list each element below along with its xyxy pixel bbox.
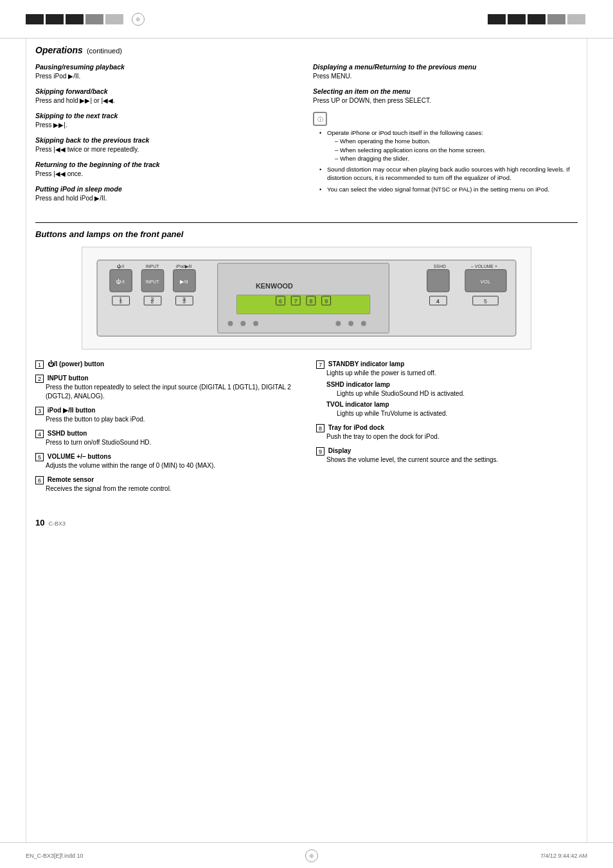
svg-point-26 bbox=[348, 321, 353, 326]
btn-label-9: Display bbox=[328, 447, 351, 454]
buttons-title: Buttons and lamps on the front panel bbox=[35, 229, 578, 239]
svg-point-23 bbox=[240, 321, 245, 326]
header-block-r1 bbox=[488, 14, 506, 24]
op-pausing: Pausing/resuming playback Press iPod ▶/I… bbox=[35, 63, 300, 81]
page-number: 10 bbox=[35, 518, 44, 527]
btn-num-4: 4 bbox=[35, 430, 44, 438]
btn-label-1: ⏻/I (power) button bbox=[48, 360, 104, 368]
panel-diagram-svg: ⏻/I 1 INPUT 2 ⏻/I INPUT iPod▶/II ▶/II 3 … bbox=[82, 247, 531, 350]
footer-compass-icon: ⊕ bbox=[305, 849, 318, 862]
btn-subs-7: SSHD indicator lamp Lights up while Stud… bbox=[326, 380, 578, 418]
btn-item-5: 5 VOLUME +/– buttons Adjusts the volume … bbox=[35, 452, 297, 470]
op-returning-heading: Returning to the beginning of the track bbox=[35, 161, 300, 168]
svg-text:9: 9 bbox=[324, 298, 328, 305]
btn-desc-left: 1 ⏻/I (power) button 2 INPUT button Pres… bbox=[35, 360, 297, 499]
note-sub-3: – When dragging the slider. bbox=[327, 154, 578, 163]
svg-rect-38 bbox=[427, 270, 450, 292]
footer-file-info: EN_C-BX3[E]f.indd 10 bbox=[26, 853, 84, 859]
btn-sub-7-2: TVOL indicator lamp Lights up while TruV… bbox=[326, 400, 578, 418]
op-skipping-next-heading: Skipping to the next track bbox=[35, 112, 300, 120]
op-sleep: Putting iPod in sleep mode Press and hol… bbox=[35, 185, 300, 203]
main-content: Operations (continued) Pausing/resuming … bbox=[35, 45, 578, 836]
btn-item-2: 2 INPUT button Press the button repeated… bbox=[35, 374, 297, 401]
op-returning: Returning to the beginning of the track … bbox=[35, 161, 300, 179]
header-block-5 bbox=[105, 14, 123, 24]
btn-item-8: 8 Tray for iPod dock Push the tray to op… bbox=[316, 423, 578, 441]
operations-right-column: Displaying a menu/Returning to the previ… bbox=[313, 63, 578, 209]
op-display-menu-heading: Displaying a menu/Returning to the previ… bbox=[313, 63, 578, 71]
page-code: C-BX3 bbox=[48, 520, 66, 527]
operations-layout: Pausing/resuming playback Press iPod ▶/I… bbox=[35, 63, 578, 209]
panel-diagram-container: ⏻/I 1 INPUT 2 ⏻/I INPUT iPod▶/II ▶/II 3 … bbox=[35, 247, 578, 350]
note-item-2: Sound distortion may occur when playing … bbox=[319, 165, 578, 182]
btn-extra-3: Press the button to play back iPod. bbox=[46, 415, 297, 424]
btn-num-3: 3 bbox=[35, 407, 44, 415]
svg-text:⏻/I: ⏻/I bbox=[116, 279, 124, 285]
note-item-1: Operate iPhone or iPod touch itself in t… bbox=[319, 128, 578, 163]
svg-text:8: 8 bbox=[309, 298, 312, 305]
op-selecting-heading: Selecting an item on the menu bbox=[313, 87, 578, 95]
btn-num-1: 1 bbox=[35, 360, 44, 369]
header-block-r5 bbox=[567, 14, 585, 24]
header-block-4 bbox=[85, 14, 103, 24]
note-item-3: You can select the video signal format (… bbox=[319, 185, 578, 193]
svg-text:2: 2 bbox=[151, 298, 154, 305]
op-display-menu: Displaying a menu/Returning to the previ… bbox=[313, 63, 578, 81]
footer-date-info: 7/4/12 9:44:42 AM bbox=[540, 853, 587, 859]
btn-item-7: 7 STANDBY indicator lamp Lights up while… bbox=[316, 360, 578, 418]
btn-extra-9: Shows the volume level, the current sour… bbox=[326, 456, 578, 465]
svg-text:INPUT: INPUT bbox=[146, 264, 160, 269]
margin-line-left bbox=[26, 39, 26, 842]
op-display-menu-desc: Press MENU. bbox=[313, 72, 578, 81]
section-divider bbox=[35, 222, 578, 223]
header-block-2 bbox=[46, 14, 64, 24]
header-left-decorations bbox=[26, 14, 125, 24]
svg-text:⏻/I: ⏻/I bbox=[117, 264, 124, 269]
note-item-2-text: Sound distortion may occur when playing … bbox=[327, 166, 570, 181]
btn-extra-7: Lights up while the power is turned off. bbox=[326, 369, 578, 378]
operations-title-text: Operations bbox=[35, 45, 83, 55]
svg-point-25 bbox=[335, 321, 341, 326]
btn-num-2: 2 bbox=[35, 375, 44, 383]
op-pausing-heading: Pausing/resuming playback bbox=[35, 63, 300, 71]
op-skipping-next: Skipping to the next track Press ▶▶|. bbox=[35, 112, 300, 130]
svg-text:– VOLUME +: – VOLUME + bbox=[471, 264, 497, 269]
svg-rect-21 bbox=[236, 295, 369, 314]
op-skipping-prev-desc: Press |◀◀ twice or more repeatedly. bbox=[35, 145, 300, 154]
btn-extra-6: Receives the signal from the remote cont… bbox=[46, 484, 297, 493]
op-selecting-desc: Press UP or DOWN, then press SELECT. bbox=[313, 96, 578, 105]
btn-item-6: 6 Remote sensor Receives the signal from… bbox=[35, 475, 297, 493]
btn-num-9: 9 bbox=[316, 447, 324, 456]
btn-item-9: 9 Display Shows the volume level, the cu… bbox=[316, 447, 578, 465]
svg-text:6: 6 bbox=[279, 298, 282, 305]
op-returning-desc: Press |◀◀ once. bbox=[35, 170, 300, 179]
svg-text:4: 4 bbox=[436, 298, 440, 305]
tvol-label: TVOL indicator lamp bbox=[326, 401, 389, 408]
page-number-area: 10 C-BX3 bbox=[35, 518, 578, 527]
operations-left-column: Pausing/resuming playback Press iPod ▶/I… bbox=[35, 63, 300, 209]
page-footer: EN_C-BX3[E]f.indd 10 ⊕ 7/4/12 9:44:42 AM bbox=[0, 842, 613, 868]
btn-num-6: 6 bbox=[35, 476, 44, 484]
svg-point-27 bbox=[361, 321, 366, 326]
btn-num-8: 8 bbox=[316, 424, 324, 432]
svg-text:5: 5 bbox=[484, 298, 487, 305]
btn-extra-8: Push the tray to open the dock for iPod. bbox=[326, 432, 578, 441]
svg-text:KENWOOD: KENWOOD bbox=[256, 282, 293, 290]
sshd-desc: Lights up while StudioSound HD is activa… bbox=[337, 389, 578, 398]
op-skipping-prev-heading: Skipping back to the previous track bbox=[35, 136, 300, 144]
btn-num-5: 5 bbox=[35, 453, 44, 461]
operations-continued: (continued) bbox=[87, 47, 122, 55]
svg-text:iPod▶/II: iPod▶/II bbox=[176, 264, 192, 269]
header-block-1 bbox=[26, 14, 44, 24]
btn-label-4: SSHD button bbox=[48, 430, 87, 437]
btn-label-5: VOLUME +/– buttons bbox=[48, 453, 111, 460]
op-selecting: Selecting an item on the menu Press UP o… bbox=[313, 87, 578, 105]
btn-label-3: iPod ▶/II button bbox=[48, 407, 96, 414]
header-block-3 bbox=[66, 14, 84, 24]
note-item-3-text: You can select the video signal format (… bbox=[327, 186, 549, 193]
btn-label-6: Remote sensor bbox=[48, 476, 94, 483]
op-skipping-fwd-back: Skipping forward/back Press and hold ▶▶|… bbox=[35, 87, 300, 105]
header-block-r2 bbox=[508, 14, 526, 24]
svg-point-24 bbox=[253, 321, 258, 326]
btn-extra-4: Press to turn on/off StudioSound HD. bbox=[46, 438, 297, 447]
